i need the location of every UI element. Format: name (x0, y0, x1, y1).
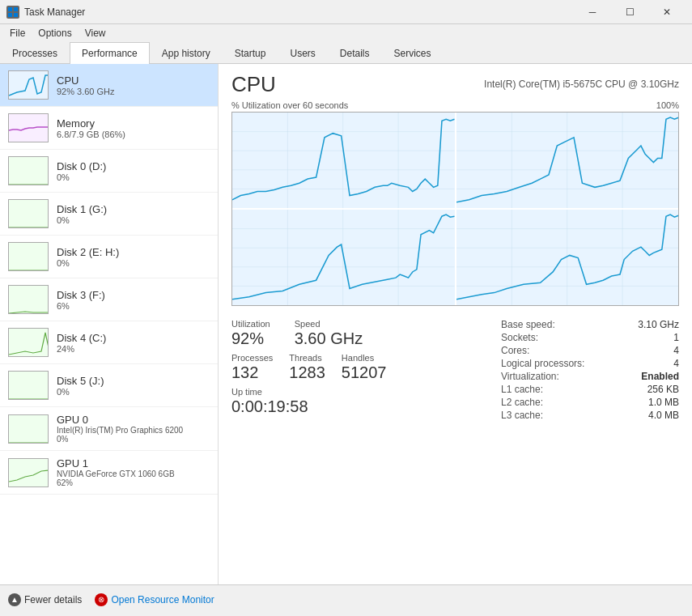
panel-header: CPU Intel(R) Core(TM) i5-5675C CPU @ 3.1… (231, 72, 679, 97)
close-button[interactable]: ✕ (648, 0, 686, 24)
sidebar-item-cpu[interactable]: CPU 92% 3.60 GHz (0, 64, 218, 107)
disk4-name: Disk 4 (C:) (57, 332, 106, 344)
sidebar-item-disk4[interactable]: Disk 4 (C:) 24% (0, 321, 218, 364)
tab-processes[interactable]: Processes (0, 42, 70, 64)
tab-details[interactable]: Details (328, 42, 382, 64)
resource-monitor-label: Open Resource Monitor (111, 594, 214, 605)
tab-users[interactable]: Users (278, 42, 327, 64)
menu-file[interactable]: File (3, 26, 32, 40)
cores-row: Cores: 4 (501, 345, 679, 356)
threads-label: Threads (289, 353, 325, 363)
gpu0-name: GPU 0 (57, 414, 183, 426)
cpu-name: CPU (57, 74, 115, 87)
disk3-detail: 6% (57, 301, 105, 311)
disk2-info: Disk 2 (E: H:) 0% (57, 246, 119, 268)
cpu-core3-chart (456, 210, 679, 305)
sidebar-item-disk0[interactable]: Disk 0 (D:) 0% (0, 150, 218, 193)
disk3-thumbnail (8, 285, 49, 314)
gpu1-thumbnail (8, 458, 49, 487)
tab-app-history[interactable]: App history (150, 42, 223, 64)
resource-monitor-icon: ⊗ (95, 593, 108, 606)
handles-value: 51207 (342, 363, 387, 382)
cpu-charts-grid (231, 112, 679, 306)
l2-label: L2 cache: (501, 397, 543, 408)
cpu-model: Intel(R) Core(TM) i5-5675C CPU @ 3.10GHz (484, 79, 679, 90)
gpu1-name: GPU 1 (57, 457, 175, 469)
cpu-info: CPU 92% 3.60 GHz (57, 74, 115, 96)
disk1-detail: 0% (57, 215, 107, 225)
cores-label: Cores: (501, 345, 529, 356)
utilization-label: Utilization (231, 319, 270, 329)
app-icon (6, 6, 19, 19)
base-speed-row: Base speed: 3.10 GHz (501, 319, 679, 330)
stats-right: Base speed: 3.10 GHz Sockets: 1 Cores: 4… (501, 319, 679, 421)
sidebar-item-memory[interactable]: Memory 6.8/7.9 GB (86%) (0, 107, 218, 150)
disk5-detail: 0% (57, 387, 104, 397)
disk3-name: Disk 3 (F:) (57, 289, 105, 301)
tab-services[interactable]: Services (382, 42, 444, 64)
sockets-label: Sockets: (501, 332, 538, 343)
uptime-value: 0:00:19:58 (231, 397, 501, 416)
utilization-stat: Utilization 92% (231, 319, 270, 348)
handles-stat: Handles 51207 (342, 353, 387, 382)
gpu0-info: GPU 0 Intel(R) Iris(TM) Pro Graphics 620… (57, 414, 183, 444)
memory-thumbnail (8, 113, 49, 142)
virt-row: Virtualization: Enabled (501, 371, 679, 382)
speed-stat: Speed 3.60 GHz (295, 319, 363, 348)
speed-value: 3.60 GHz (295, 329, 363, 348)
disk0-detail: 0% (57, 172, 106, 182)
chart-max-label: 100% (656, 100, 679, 110)
menu-view[interactable]: View (79, 26, 113, 40)
sidebar-item-disk5[interactable]: Disk 5 (J:) 0% (0, 364, 218, 407)
base-speed-label: Base speed: (501, 319, 555, 330)
resource-monitor-link[interactable]: ⊗ Open Resource Monitor (95, 593, 214, 606)
sidebar-item-gpu1[interactable]: GPU 1 NVIDIA GeForce GTX 1060 6GB62% (0, 451, 218, 495)
l1-value: 256 KB (647, 384, 679, 395)
disk2-detail: 0% (57, 258, 119, 268)
gpu0-detail: Intel(R) Iris(TM) Pro Graphics 62000% (57, 426, 183, 444)
l3-value: 4.0 MB (648, 410, 679, 421)
logical-label: Logical processors: (501, 358, 584, 369)
tab-startup[interactable]: Startup (223, 42, 278, 64)
maximize-button[interactable]: ☐ (611, 0, 648, 24)
sockets-value: 1 (673, 332, 679, 343)
tab-performance[interactable]: Performance (70, 42, 150, 64)
disk5-name: Disk 5 (J:) (57, 375, 104, 387)
menubar: File Options View (0, 24, 692, 42)
memory-detail: 6.8/7.9 GB (86%) (57, 130, 125, 139)
cpu-core0-chart (232, 113, 455, 208)
sidebar-item-disk1[interactable]: Disk 1 (G:) 0% (0, 193, 218, 236)
titlebar: Task Manager ─ ☐ ✕ (0, 0, 692, 24)
disk5-info: Disk 5 (J:) 0% (57, 375, 104, 397)
sidebar-item-gpu0[interactable]: GPU 0 Intel(R) Iris(TM) Pro Graphics 620… (0, 407, 218, 451)
processes-value: 132 (231, 363, 273, 382)
virt-label: Virtualization: (501, 371, 559, 382)
processes-label: Processes (231, 353, 273, 363)
menu-options[interactable]: Options (32, 26, 78, 40)
l3-label: L3 cache: (501, 410, 543, 421)
cpu-detail: 92% 3.60 GHz (57, 87, 115, 96)
window-controls: ─ ☐ ✕ (574, 0, 686, 24)
disk5-thumbnail (8, 371, 49, 400)
fewer-details-label: Fewer details (24, 594, 82, 605)
sidebar-item-disk3[interactable]: Disk 3 (F:) 6% (0, 278, 218, 321)
sockets-row: Sockets: 1 (501, 332, 679, 343)
chart-label-row: % Utilization over 60 seconds 100% (231, 100, 679, 110)
tabbar: Processes Performance App history Startu… (0, 42, 692, 64)
sidebar-item-disk2[interactable]: Disk 2 (E: H:) 0% (0, 236, 218, 278)
minimize-button[interactable]: ─ (574, 0, 611, 24)
l2-row: L2 cache: 1.0 MB (501, 397, 679, 408)
cpu-core1-chart (456, 113, 679, 208)
fewer-details-button[interactable]: ▲ Fewer details (8, 593, 82, 606)
svg-rect-1 (14, 7, 18, 11)
titlebar-left: Task Manager (6, 6, 85, 19)
right-panel: CPU Intel(R) Core(TM) i5-5675C CPU @ 3.1… (219, 64, 692, 584)
gpu0-thumbnail (8, 414, 49, 444)
disk0-thumbnail (8, 156, 49, 185)
cpu-thumbnail (8, 70, 49, 100)
svg-rect-2 (8, 13, 12, 17)
processes-stat: Processes 132 (231, 353, 273, 382)
disk3-info: Disk 3 (F:) 6% (57, 289, 105, 311)
disk1-thumbnail (8, 199, 49, 228)
l1-row: L1 cache: 256 KB (501, 384, 679, 395)
